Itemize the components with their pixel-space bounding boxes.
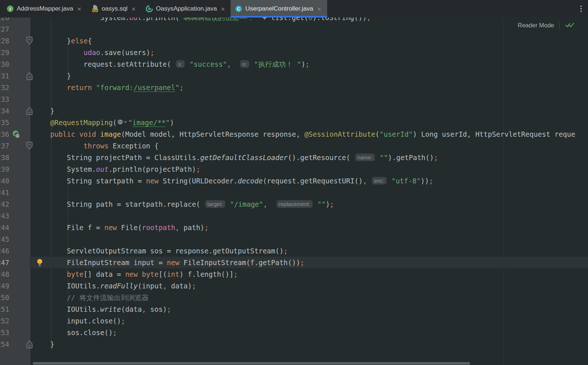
token-kw: return — [67, 84, 92, 92]
code-line-243: 243 — [0, 210, 588, 222]
line-number: 227 — [0, 23, 9, 35]
line-number: 232 — [0, 82, 9, 93]
more-menu-icon[interactable] — [578, 0, 584, 18]
code-line-229: 229 udao.save(users); — [0, 47, 588, 58]
fold-region-start-icon[interactable] — [26, 36, 33, 47]
tab-close-icon[interactable]: × — [132, 5, 136, 12]
code-line-text-232[interactable]: return "forward:/userpanel"; — [34, 82, 184, 93]
line-number: 240 — [0, 175, 9, 187]
token-st: "/image" — [230, 200, 263, 208]
token-st: "userId" — [380, 130, 413, 138]
token-pl — [34, 142, 83, 150]
toolbar-divider — [559, 21, 560, 30]
code-line-text-248[interactable]: byte[] data = new byte[(int) f.length()]… — [34, 268, 238, 280]
code-line-text-230[interactable]: request.setAttribute( s: "success", o: "… — [34, 58, 310, 70]
code-line-text-234[interactable]: } — [34, 105, 54, 117]
token-st: "forward: — [96, 84, 134, 92]
token-kw: int — [167, 270, 179, 278]
token-pl — [387, 177, 391, 185]
token-pl: ) — [170, 119, 174, 127]
token-sm: readFully — [100, 282, 138, 290]
code-line-text-235[interactable]: @RequestMapping("image/**") — [34, 117, 174, 128]
token-st: " — [175, 84, 179, 92]
line-number: 236 — [0, 128, 9, 140]
code-line-text-242[interactable]: String path = startpath.replace( target:… — [34, 198, 334, 210]
fold-region-start-icon[interactable] — [26, 141, 33, 152]
line-number: 229 — [0, 47, 9, 58]
svg-text:C: C — [237, 6, 241, 12]
token-pu: , — [175, 224, 179, 232]
token-pl — [231, 60, 239, 68]
tab-close-icon[interactable]: × — [221, 5, 225, 12]
code-line-text-249[interactable]: IOUtils.readFully(input, data); — [34, 280, 196, 292]
parameter-hint: s: — [176, 60, 185, 68]
token-st: "" — [380, 154, 388, 162]
code-line-text-244[interactable]: File f = new File(rootpath, path); — [34, 222, 209, 233]
code-line-text-240[interactable]: String startpath = new String(URLDecoder… — [34, 175, 433, 187]
token-pl: { — [88, 37, 92, 45]
token-st: "success" — [189, 60, 227, 68]
tab-OasysApplication.java[interactable]: OasysApplication.java× — [141, 0, 231, 18]
code-line-text-238[interactable]: String projectPath = ClassUtils.getDefau… — [34, 152, 438, 163]
tab-close-icon[interactable]: × — [77, 5, 81, 12]
code-line-231: 231 } — [0, 70, 588, 82]
code-line-text-228[interactable]: }else{ — [34, 35, 92, 47]
fold-region-end-icon[interactable] — [26, 71, 33, 82]
token-st: " — [128, 119, 132, 127]
tab-label: UserpanelController.java — [245, 5, 313, 12]
inspections-ok-icon[interactable] — [565, 22, 575, 29]
code-line-text-231[interactable]: } — [34, 70, 71, 82]
code-line-text-247[interactable]: FileInputStream input = new FileInputStr… — [34, 257, 305, 268]
code-line-text-229[interactable]: udao.save(users); — [34, 47, 154, 58]
token-pl: String path = startpath.replace( — [34, 200, 204, 208]
tab-AddressMapper.java[interactable]: IAddressMapper.java× — [2, 0, 87, 18]
token-kw: new — [104, 224, 117, 232]
token-pl: String startpath = — [34, 177, 146, 185]
fold-region-end-icon[interactable] — [26, 340, 33, 350]
token-pl: File( — [117, 224, 142, 232]
token-pl: .save(users) — [100, 48, 150, 57]
url-mapping-globe-icon — [117, 117, 127, 128]
token-pl: System. — [34, 165, 96, 173]
line-number: 241 — [0, 187, 9, 198]
code-line-247: 247 FileInputStream input = new FileInpu… — [0, 257, 588, 268]
line-number: 239 — [0, 163, 9, 175]
code-line-236: 236 public void image(Model model, HttpS… — [0, 128, 588, 140]
token-sm: getDefaultClassLoader — [200, 154, 288, 162]
reader-mode-toggle[interactable]: Reader Mode — [518, 22, 554, 29]
tab-UserpanelController.java[interactable]: CUserpanelController.java× — [231, 0, 327, 18]
code-line-text-250[interactable]: // 将文件流输出到浏览器 — [34, 292, 149, 303]
code-line-246: 246 ServletOutputStream sos = response.g… — [0, 245, 588, 257]
code-line-text-252[interactable]: input.close(); — [34, 315, 125, 327]
spring-request-mapping-icon[interactable] — [12, 130, 20, 140]
code-line-text-253[interactable]: sos.close(); — [34, 327, 117, 338]
horizontal-scrollbar[interactable] — [0, 362, 588, 365]
token-pl: ).getPath() — [388, 154, 434, 162]
token-pl: ) — [326, 200, 330, 208]
code-line-text-246[interactable]: ServletOutputStream sos = response.getOu… — [34, 245, 288, 257]
code-line-text-236[interactable]: public void image(Model model, HttpServl… — [34, 128, 575, 140]
token-pl: (data — [121, 305, 142, 313]
code-line-text-254[interactable]: } — [34, 338, 54, 350]
code-line-text-237[interactable]: throws Exception { — [34, 140, 158, 152]
code-line-text-251[interactable]: IOUtils.write(data, sos); — [34, 303, 171, 315]
token-pu: ; — [305, 60, 309, 68]
tab-label: AddressMapper.java — [17, 5, 73, 12]
line-number: 235 — [0, 117, 9, 128]
code-line-245: 245 — [0, 233, 588, 245]
token-pl — [367, 177, 371, 185]
token-pl: ().getResource( — [288, 154, 354, 162]
code-line-232: 232 return "forward:/userpanel"; — [0, 82, 588, 93]
code-line-239: 239 System.out.println(projectPath); — [0, 163, 588, 175]
token-pl: (Model model, HttpServletResponse respon… — [121, 130, 304, 138]
parameter-hint: name: — [355, 154, 375, 161]
tab-oasys.sql[interactable]: SQLoasys.sql× — [87, 0, 141, 18]
code-line-text-239[interactable]: System.out.println(projectPath); — [34, 163, 200, 175]
line-number: 249 — [0, 280, 9, 292]
fold-region-end-icon[interactable] — [26, 106, 33, 117]
line-number: 238 — [0, 152, 9, 163]
tab-close-icon[interactable]: × — [317, 5, 321, 12]
code-line-228: 228 }else{ — [0, 35, 588, 47]
token-sl: /userpanel — [134, 84, 175, 92]
horizontal-scrollbar-thumb[interactable] — [33, 362, 470, 365]
